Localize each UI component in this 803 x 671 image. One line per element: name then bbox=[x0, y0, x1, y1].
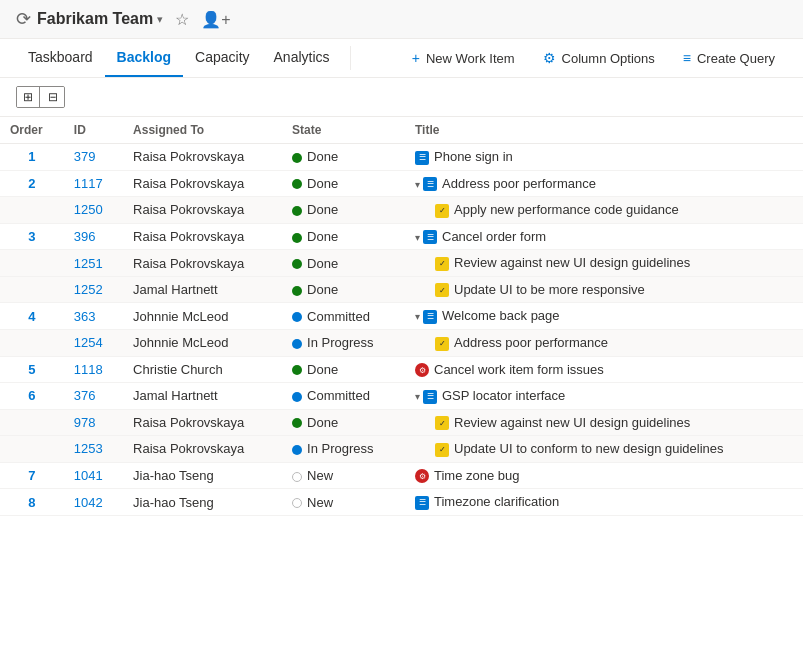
table-row: 1254Johnnie McLeodIn Progress✓Address po… bbox=[0, 329, 803, 356]
follow-icon[interactable]: 👤+ bbox=[201, 10, 230, 29]
assigned-cell: Jamal Hartnett bbox=[123, 383, 282, 410]
state-cell: Done bbox=[282, 250, 405, 277]
col-id: ID bbox=[64, 117, 123, 144]
assigned-cell: Raisa Pokrovskaya bbox=[123, 170, 282, 197]
state-cell: Committed bbox=[282, 303, 405, 330]
order-cell: 4 bbox=[0, 303, 64, 330]
column-options-label: Column Options bbox=[562, 51, 655, 66]
collapse-all-button[interactable]: ⊟ bbox=[42, 87, 64, 107]
title-text[interactable]: Update UI to conform to new design guide… bbox=[454, 441, 724, 456]
title-text[interactable]: Phone sign in bbox=[434, 149, 513, 164]
collapse-icon[interactable]: ▾ bbox=[415, 391, 420, 402]
title-cell: ▾☰Cancel order form bbox=[405, 223, 803, 250]
title-text[interactable]: Cancel order form bbox=[442, 229, 546, 244]
title-text[interactable]: Address poor performance bbox=[442, 176, 596, 191]
id-cell[interactable]: 1117 bbox=[64, 170, 123, 197]
order-cell bbox=[0, 409, 64, 436]
assigned-cell: Jia-hao Tseng bbox=[123, 462, 282, 489]
order-cell: 5 bbox=[0, 356, 64, 383]
state-cell: Done bbox=[282, 356, 405, 383]
table-row: 6376Jamal HartnettCommitted▾☰GSP locator… bbox=[0, 383, 803, 410]
title-text[interactable]: Timezone clarification bbox=[434, 494, 559, 509]
table-row: 1379Raisa PokrovskayaDone☰Phone sign in bbox=[0, 144, 803, 171]
order-cell: 8 bbox=[0, 489, 64, 516]
title-text[interactable]: Cancel work item form issues bbox=[434, 362, 604, 377]
title-cell: ▾☰Welcome back page bbox=[405, 303, 803, 330]
title-cell: ⚙Cancel work item form issues bbox=[405, 356, 803, 383]
tab-capacity[interactable]: Capacity bbox=[183, 39, 261, 77]
assigned-cell: Christie Church bbox=[123, 356, 282, 383]
id-cell[interactable]: 396 bbox=[64, 223, 123, 250]
title-text[interactable]: Address poor performance bbox=[454, 335, 608, 350]
title-cell: ✓Apply new performance code guidance bbox=[405, 197, 803, 224]
table-row: 1250Raisa PokrovskayaDone✓Apply new perf… bbox=[0, 197, 803, 224]
id-cell[interactable]: 1253 bbox=[64, 436, 123, 463]
plus-icon: + bbox=[412, 50, 420, 66]
state-cell: Done bbox=[282, 223, 405, 250]
state-cell: Committed bbox=[282, 383, 405, 410]
id-cell[interactable]: 376 bbox=[64, 383, 123, 410]
new-work-item-button[interactable]: + New Work Item bbox=[400, 44, 527, 72]
title-text[interactable]: Review against new UI design guidelines bbox=[454, 415, 690, 430]
title-text[interactable]: Welcome back page bbox=[442, 308, 560, 323]
title-cell: ▾☰Address poor performance bbox=[405, 170, 803, 197]
column-options-button[interactable]: ⚙ Column Options bbox=[531, 44, 667, 72]
title-cell: ▾☰GSP locator interface bbox=[405, 383, 803, 410]
tab-analytics[interactable]: Analytics bbox=[262, 39, 342, 77]
assigned-cell: Jamal Hartnett bbox=[123, 276, 282, 303]
table-row: 3396Raisa PokrovskayaDone▾☰Cancel order … bbox=[0, 223, 803, 250]
assigned-cell: Jia-hao Tseng bbox=[123, 489, 282, 516]
state-cell: In Progress bbox=[282, 329, 405, 356]
state-cell: Done bbox=[282, 409, 405, 436]
order-cell: 6 bbox=[0, 383, 64, 410]
title-text[interactable]: Update UI to be more responsive bbox=[454, 282, 645, 297]
state-cell: In Progress bbox=[282, 436, 405, 463]
title-cell: ✓Review against new UI design guidelines bbox=[405, 250, 803, 277]
tab-backlog[interactable]: Backlog bbox=[105, 39, 183, 77]
team-name: Fabrikam Team bbox=[37, 10, 153, 28]
assigned-cell: Johnnie McLeod bbox=[123, 303, 282, 330]
state-cell: New bbox=[282, 462, 405, 489]
column-options-icon: ⚙ bbox=[543, 50, 556, 66]
order-cell: 1 bbox=[0, 144, 64, 171]
id-cell[interactable]: 1252 bbox=[64, 276, 123, 303]
title-cell: ☰Timezone clarification bbox=[405, 489, 803, 516]
id-cell[interactable]: 978 bbox=[64, 409, 123, 436]
id-cell[interactable]: 379 bbox=[64, 144, 123, 171]
col-state: State bbox=[282, 117, 405, 144]
title-text[interactable]: GSP locator interface bbox=[442, 388, 565, 403]
id-cell[interactable]: 363 bbox=[64, 303, 123, 330]
collapse-icon[interactable]: ▾ bbox=[415, 311, 420, 322]
create-query-button[interactable]: ≡ Create Query bbox=[671, 44, 787, 72]
title-text[interactable]: Apply new performance code guidance bbox=[454, 202, 679, 217]
title-text[interactable]: Time zone bug bbox=[434, 468, 520, 483]
title-text[interactable]: Review against new UI design guidelines bbox=[454, 255, 690, 270]
id-cell[interactable]: 1254 bbox=[64, 329, 123, 356]
col-assigned: Assigned To bbox=[123, 117, 282, 144]
id-cell[interactable]: 1042 bbox=[64, 489, 123, 516]
collapse-icon[interactable]: ▾ bbox=[415, 179, 420, 190]
nav-actions: + New Work Item ⚙ Column Options ≡ Creat… bbox=[400, 44, 787, 72]
order-cell: 3 bbox=[0, 223, 64, 250]
title-cell: ✓Review against new UI design guidelines bbox=[405, 409, 803, 436]
col-order: Order bbox=[0, 117, 64, 144]
title-cell: ✓Address poor performance bbox=[405, 329, 803, 356]
table-row: 51118Christie ChurchDone⚙Cancel work ite… bbox=[0, 356, 803, 383]
assigned-cell: Raisa Pokrovskaya bbox=[123, 250, 282, 277]
tab-taskboard[interactable]: Taskboard bbox=[16, 39, 105, 77]
state-cell: New bbox=[282, 489, 405, 516]
nav-divider bbox=[350, 46, 351, 70]
chevron-down-icon[interactable]: ▾ bbox=[157, 13, 163, 26]
id-cell[interactable]: 1250 bbox=[64, 197, 123, 224]
collapse-icon[interactable]: ▾ bbox=[415, 232, 420, 243]
state-cell: Done bbox=[282, 276, 405, 303]
id-cell[interactable]: 1118 bbox=[64, 356, 123, 383]
id-cell[interactable]: 1251 bbox=[64, 250, 123, 277]
table-controls: ⊞ ⊟ bbox=[0, 78, 803, 117]
table-row: 1252Jamal HartnettDone✓Update UI to be m… bbox=[0, 276, 803, 303]
expand-all-button[interactable]: ⊞ bbox=[17, 87, 40, 107]
favorite-icon[interactable]: ☆ bbox=[175, 10, 189, 29]
top-header: ⟳ Fabrikam Team ▾ ☆ 👤+ bbox=[0, 0, 803, 39]
assigned-cell: Raisa Pokrovskaya bbox=[123, 197, 282, 224]
id-cell[interactable]: 1041 bbox=[64, 462, 123, 489]
